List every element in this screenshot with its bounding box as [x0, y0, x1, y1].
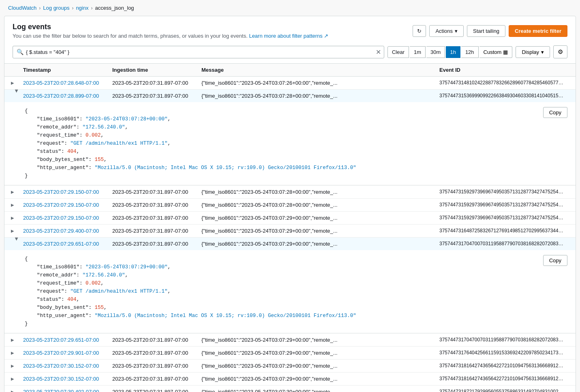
time-12h-button[interactable]: 12h: [461, 46, 479, 58]
expand-icon[interactable]: ▶: [11, 189, 23, 194]
log-row-main[interactable]: ▶2023-05-23T20:07:30.152-07:002023-05-23…: [4, 360, 576, 372]
table-row: ▶2023-05-23T20:07:29.150-07:002023-05-23…: [4, 212, 576, 225]
cell-eventid: 3757447317047007031195887790703816828207…: [439, 337, 569, 343]
table-row: ▶2023-05-23T20:07:29.400-07:002023-05-23…: [4, 225, 576, 238]
search-icon: 🔍: [17, 49, 24, 55]
log-row-main[interactable]: ▶2023-05-23T20:07:29.651-07:002023-05-23…: [4, 334, 576, 346]
log-detail: Copy{ "time_iso8601": "2023-05-24T03:07:…: [4, 102, 576, 185]
start-tailing-button[interactable]: Start tailing: [467, 25, 505, 37]
log-row-main[interactable]: ▶2023-05-23T20:07:30.152-07:002023-05-23…: [4, 373, 576, 385]
cell-timestamp: 2023-05-23T20:07:28.899-07:00: [23, 93, 112, 99]
cell-eventid: 3757447315369990992266384930460330814104…: [439, 93, 569, 99]
cell-eventid: 3757447317640425661159153369242209785023…: [439, 350, 569, 356]
cell-ingestion: 2023-05-23T20:07:31.897-07:00: [112, 350, 201, 356]
clear-search-icon[interactable]: ✕: [376, 48, 381, 56]
expand-icon[interactable]: ▶: [11, 228, 23, 233]
table-row: ▶2023-05-23T20:07:29.150-07:002023-05-23…: [4, 186, 576, 199]
cell-ingestion: 2023-05-23T20:07:31.897-07:00: [112, 189, 201, 195]
expand-icon[interactable]: ▶: [11, 350, 23, 355]
expand-icon[interactable]: ▶: [11, 363, 23, 368]
col-message: Message: [201, 67, 439, 73]
breadcrumb-nginx[interactable]: nginx: [76, 5, 88, 11]
breadcrumb-loggroups[interactable]: Log groups: [43, 5, 69, 11]
cell-ingestion: 2023-05-23T20:07:31.897-07:00: [112, 241, 201, 247]
table-row: ▶2023-05-23T20:07:30.152-07:002023-05-23…: [4, 373, 576, 386]
cell-timestamp: 2023-05-23T20:07:29.400-07:00: [23, 228, 112, 234]
custom-calendar-icon: ▦: [503, 49, 508, 55]
copy-button[interactable]: Copy: [543, 255, 567, 266]
expand-icon[interactable]: ▶: [11, 202, 23, 207]
cell-message: {"time_iso8601":"2023-05-24T03:07:26+00:…: [201, 80, 439, 86]
cell-timestamp: 2023-05-23T20:07:29.901-07:00: [23, 350, 112, 356]
clear-time-button[interactable]: Clear: [387, 46, 409, 58]
time-30m-button[interactable]: 30m: [426, 46, 445, 58]
cell-message: {"time_iso8601":"2023-05-24T03:07:28+00:…: [201, 202, 439, 208]
filter-patterns-link[interactable]: Learn more about filter patterns ↗: [249, 33, 328, 39]
log-row-main[interactable]: ▶2023-05-23T20:07:28.899-07:002023-05-23…: [4, 90, 576, 102]
log-row-main[interactable]: ▶2023-05-23T20:07:29.651-07:002023-05-23…: [4, 238, 576, 250]
cell-message: {"time_iso8601":"2023-05-24T03:07:29+00:…: [201, 350, 439, 356]
page-title: Log events: [13, 23, 328, 31]
cell-timestamp: 2023-05-23T20:07:30.402-07:00: [23, 389, 112, 392]
cell-ingestion: 2023-05-23T20:07:31.897-07:00: [112, 337, 201, 343]
time-1h-button[interactable]: 1h: [446, 46, 460, 58]
expand-icon[interactable]: ▶: [11, 215, 23, 220]
refresh-icon: ↻: [417, 28, 422, 34]
cell-eventid: 3757447315929739696749503571312877342747…: [439, 202, 569, 208]
breadcrumb-sep-3: ›: [91, 5, 92, 11]
table-header: Timestamp Ingestion time Message Event I…: [4, 64, 576, 77]
actions-button[interactable]: Actions ▾: [429, 25, 464, 37]
table-row: ▶2023-05-23T20:07:29.150-07:002023-05-23…: [4, 199, 576, 212]
cell-ingestion: 2023-05-23T20:07:31.897-07:00: [112, 215, 201, 221]
table-row: ▶2023-05-23T20:07:28.648-07:002023-05-23…: [4, 77, 576, 90]
col-expand: [11, 67, 23, 73]
cell-eventid: 3757447318164274365642272101094756313666…: [439, 363, 569, 368]
col-ingestion: Ingestion time: [112, 67, 201, 73]
cell-message: {"time_iso8601":"2023-05-24T03:07:28+00:…: [201, 189, 439, 195]
expand-icon[interactable]: ▶: [11, 389, 23, 392]
expand-icon[interactable]: ▶: [11, 337, 23, 342]
json-content: { "time_iso8601": "2023-05-24T03:07:29+0…: [25, 255, 567, 328]
start-tailing-label: Start tailing: [473, 28, 499, 34]
create-metric-label: Create metric filter: [515, 28, 561, 34]
time-buttons: Clear 1m 30m 1h 12h Custom ▦: [387, 46, 512, 58]
log-row-main[interactable]: ▶2023-05-23T20:07:29.901-07:002023-05-23…: [4, 347, 576, 359]
copy-button[interactable]: Copy: [543, 107, 567, 118]
cell-message: {"time_iso8601":"2023-05-24T03:07:30+00:…: [201, 389, 439, 392]
page-subtitle: You can use the filter bar below to sear…: [13, 33, 328, 39]
table-body: ▶2023-05-23T20:07:28.648-07:002023-05-23…: [4, 77, 576, 392]
expand-icon[interactable]: ▶: [11, 376, 23, 381]
search-input[interactable]: [13, 46, 384, 58]
log-row-main[interactable]: ▶2023-05-23T20:07:29.150-07:002023-05-23…: [4, 212, 576, 224]
log-row-main[interactable]: ▶2023-05-23T20:07:28.648-07:002023-05-23…: [4, 77, 576, 89]
expand-icon[interactable]: ▶: [15, 238, 20, 250]
col-timestamp: Timestamp: [23, 67, 112, 73]
filter-row: 🔍 ✕ Clear 1m 30m 1h 12h Custom ▦: [4, 42, 576, 64]
cell-timestamp: 2023-05-23T20:07:28.648-07:00: [23, 80, 112, 86]
table-row: ▶2023-05-23T20:07:29.651-07:002023-05-23…: [4, 334, 576, 347]
log-row-main[interactable]: ▶2023-05-23T20:07:29.150-07:002023-05-23…: [4, 199, 576, 211]
breadcrumb-cloudwatch[interactable]: CloudWatch: [8, 5, 36, 11]
table-row: ▶2023-05-23T20:07:30.152-07:002023-05-23…: [4, 360, 576, 373]
time-custom-button[interactable]: Custom ▦: [479, 46, 513, 58]
cell-timestamp: 2023-05-23T20:07:30.152-07:00: [23, 363, 112, 369]
table-row: ▶2023-05-23T20:07:29.651-07:002023-05-23…: [4, 238, 576, 334]
log-row-main[interactable]: ▶2023-05-23T20:07:29.150-07:002023-05-23…: [4, 186, 576, 198]
create-metric-button[interactable]: Create metric filter: [509, 25, 567, 37]
refresh-button[interactable]: ↻: [413, 25, 426, 37]
cell-timestamp: 2023-05-23T20:07:29.150-07:00: [23, 202, 112, 208]
settings-button[interactable]: ⚙: [553, 45, 567, 58]
cell-eventid: 3757447316487258326712769149851270299563…: [439, 228, 569, 233]
log-row-main[interactable]: ▶2023-05-23T20:07:29.400-07:002023-05-23…: [4, 225, 576, 237]
gear-icon: ⚙: [558, 48, 563, 56]
log-row-main[interactable]: ▶2023-05-23T20:07:30.402-07:002023-05-23…: [4, 386, 576, 392]
cell-message: {"time_iso8601":"2023-05-24T03:07:29+00:…: [201, 363, 439, 369]
main-container: Log events You can use the filter bar be…: [4, 16, 576, 392]
expand-icon[interactable]: ▶: [11, 80, 23, 85]
cell-timestamp: 2023-05-23T20:07:29.150-07:00: [23, 215, 112, 221]
time-1m-button[interactable]: 1m: [410, 46, 426, 58]
expand-icon[interactable]: ▶: [15, 90, 20, 102]
cell-ingestion: 2023-05-23T20:07:31.897-07:00: [112, 80, 201, 86]
display-button[interactable]: Display ▾: [516, 46, 550, 58]
cell-message: {"time_iso8601":"2023-05-24T03:07:29+00:…: [201, 215, 439, 221]
